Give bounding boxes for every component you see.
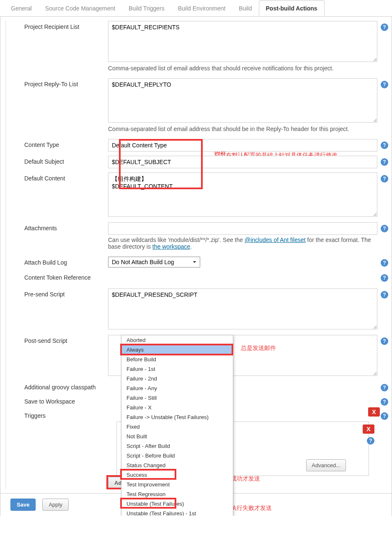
trigger-option-not-built[interactable]: Not Built: [121, 432, 233, 441]
recipient-textarea[interactable]: $DEFAULT_RECIPIENTS: [108, 21, 377, 62]
postsend-label: Post-send Script: [8, 335, 108, 344]
tab-post-build[interactable]: Post-build Actions: [259, 0, 325, 16]
attachments-help: Can use wildcards like 'module/dist/**/*…: [108, 235, 377, 252]
help-icon[interactable]: ?: [381, 175, 388, 183]
trigger-option-failure-unstable[interactable]: Failure -> Unstable (Test Failures): [121, 412, 233, 422]
trigger-option-aborted[interactable]: Aborted: [121, 335, 233, 345]
default-content-label: Default Content: [8, 172, 108, 182]
trigger-option-test-improve[interactable]: Test Improvement: [121, 480, 233, 489]
attach-log-label: Attach Build Log: [8, 257, 108, 266]
help-icon[interactable]: ?: [381, 412, 388, 420]
presend-textarea[interactable]: $DEFAULT_PRESEND_SCRIPT: [108, 288, 377, 329]
trigger-option-status-changed[interactable]: Status Changed: [121, 460, 233, 470]
content-type-label: Content Type: [8, 139, 108, 148]
tab-build-triggers[interactable]: Build Triggers: [122, 1, 171, 16]
trigger-option-always[interactable]: Always: [121, 345, 233, 355]
apply-button[interactable]: Apply: [42, 499, 69, 511]
help-icon[interactable]: ?: [381, 337, 388, 345]
trigger-option-script-after[interactable]: Script - After Build: [121, 441, 233, 451]
trigger-option-failure-1st[interactable]: Failure - 1st: [121, 364, 233, 374]
advanced-button[interactable]: Advanced...: [306, 459, 346, 471]
replyto-label: Project Reply-To List: [8, 78, 108, 87]
trigger-option-failure-2nd[interactable]: Failure - 2nd: [121, 374, 233, 383]
help-icon[interactable]: ?: [381, 158, 388, 166]
trigger-option-fixed[interactable]: Fixed: [121, 422, 233, 432]
recipient-help: Comma-separated list of email address th…: [108, 63, 377, 74]
trigger-option-test-regress[interactable]: Test Regression: [121, 489, 233, 499]
help-icon[interactable]: ?: [381, 384, 388, 391]
content-type-input[interactable]: [108, 139, 377, 152]
help-icon[interactable]: ?: [381, 259, 388, 267]
trigger-option-success[interactable]: Success: [121, 470, 233, 480]
token-ref-label: Content Token Reference: [8, 272, 108, 281]
attach-log-select[interactable]: Do Not Attach Build Log: [108, 257, 200, 267]
tab-bar: General Source Code Management Build Tri…: [0, 0, 392, 17]
triggers-label: Triggers: [8, 410, 108, 419]
trigger-option-failure-x[interactable]: Failure - X: [121, 403, 233, 412]
trigger-option-failure-any[interactable]: Failure - Any: [121, 383, 233, 393]
classpath-label: Additional groovy classpath: [8, 381, 108, 391]
recipient-label: Project Recipient List: [8, 21, 108, 30]
save-ws-label: Save to Workspace: [8, 396, 108, 405]
workspace-link[interactable]: the workspace: [152, 243, 190, 250]
trigger-option-failure-still[interactable]: Failure - Still: [121, 393, 233, 403]
trigger-option-unstable[interactable]: Unstable (Test Failures): [121, 499, 233, 509]
trigger-option-before-build[interactable]: Before Build: [121, 355, 233, 364]
help-icon[interactable]: ?: [381, 291, 388, 298]
remove-trigger-button-2[interactable]: X: [363, 424, 374, 434]
default-subject-label: Default Subject: [8, 156, 108, 165]
help-icon[interactable]: ?: [381, 225, 388, 232]
trigger-option-script-before[interactable]: Script - Before Build: [121, 451, 233, 460]
attachments-label: Attachments: [8, 222, 108, 231]
attachments-input[interactable]: [108, 222, 377, 235]
help-icon[interactable]: ?: [381, 81, 388, 88]
help-icon[interactable]: ?: [367, 437, 374, 445]
remove-trigger-button-1[interactable]: X: [368, 407, 380, 417]
replyto-help: Comma-separated list of email address th…: [108, 124, 377, 135]
tab-build[interactable]: Build: [232, 1, 258, 16]
trigger-dropdown: Aborted Always Before Build Failure - 1s…: [121, 335, 233, 516]
tab-scm[interactable]: Source Code Management: [39, 1, 122, 16]
presend-label: Pre-send Script: [8, 288, 108, 298]
tab-general[interactable]: General: [4, 1, 39, 16]
help-icon[interactable]: ?: [381, 141, 388, 149]
page-body: Project Recipient List $DEFAULT_RECIPIEN…: [0, 17, 392, 516]
help-icon[interactable]: ?: [381, 23, 388, 31]
default-content-textarea[interactable]: 【组件构建】 $DEFAULT_CONTENT: [108, 172, 377, 217]
trigger-option-unstable-1st[interactable]: Unstable (Test Failures) - 1st: [121, 509, 233, 516]
replyto-textarea[interactable]: $DEFAULT_REPLYTO: [108, 78, 377, 123]
default-subject-input[interactable]: [108, 156, 377, 168]
help-icon[interactable]: ?: [381, 398, 388, 406]
ant-fileset-link[interactable]: @includes of Ant fileset: [245, 237, 306, 243]
tab-build-env[interactable]: Build Environment: [171, 1, 232, 16]
help-icon[interactable]: ?: [381, 274, 388, 282]
save-button[interactable]: Save: [10, 499, 36, 511]
